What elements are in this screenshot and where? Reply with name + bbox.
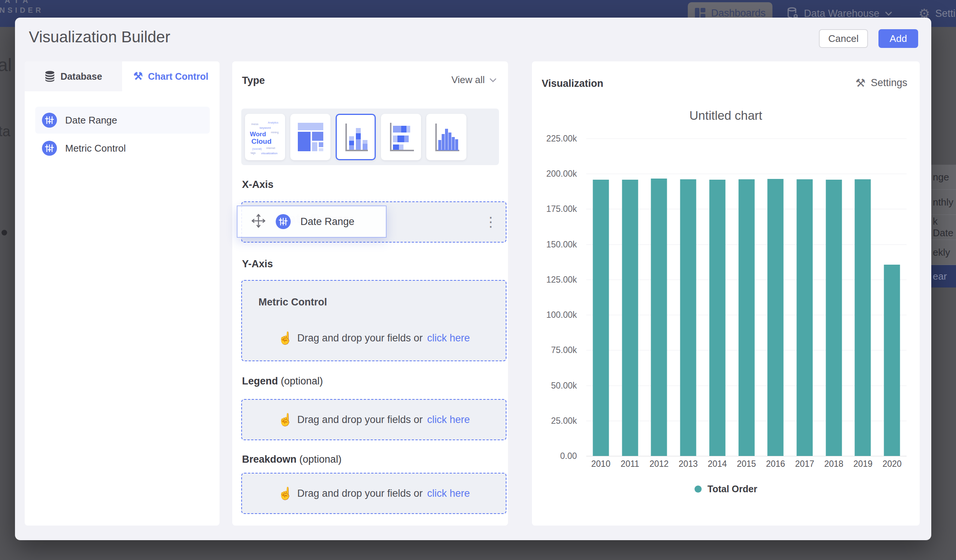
tap-hand-icon: ☝ — [278, 486, 293, 500]
dropdown-item[interactable]: k Date — [931, 215, 956, 240]
fields-panel: Database ⚒ Chart Control Date Range Metr… — [25, 61, 220, 525]
chart-type-stacked-column[interactable] — [336, 114, 376, 160]
y-axis-dropzone[interactable]: Metric Control ☝ Drag and drop your fiel… — [241, 280, 506, 361]
drop-hint-text: Drag and drop your fields or — [297, 488, 423, 499]
svg-text:mining: mining — [271, 131, 279, 134]
tab-database-label: Database — [60, 71, 102, 82]
bar-2010 — [593, 180, 609, 456]
move-icon — [251, 213, 266, 230]
drop-hint: ☝ Drag and drop your fields or click her… — [242, 486, 506, 500]
visualization-builder-modal: Visualization Builder Cancel Add Databas… — [15, 17, 931, 540]
click-here-link[interactable]: click here — [427, 333, 470, 344]
dropdown-item[interactable]: nge — [931, 165, 956, 190]
modal-title: Visualization Builder — [29, 28, 170, 46]
dropdown-item[interactable]: ekly — [931, 240, 956, 265]
dropdown-item-selected[interactable]: ear — [931, 265, 956, 287]
chart-type-column[interactable] — [426, 114, 466, 160]
sliders-icon — [42, 141, 57, 156]
legend-dropzone[interactable]: ☝ Drag and drop your fields or click her… — [241, 399, 506, 440]
legend-optional-label: (optional) — [281, 375, 323, 387]
x-tick-label: 2015 — [732, 459, 761, 469]
bar-slot — [877, 138, 907, 456]
x-tick-label: 2012 — [644, 459, 673, 469]
settings-button[interactable]: ⚒ Settings — [855, 76, 907, 89]
drop-hint: ☝ Drag and drop your fields or click her… — [242, 331, 506, 345]
dropdown-item[interactable]: nthly — [931, 190, 956, 215]
view-all-button[interactable]: View all — [451, 74, 497, 86]
add-button[interactable]: Add — [879, 29, 918, 48]
click-here-link[interactable]: click here — [427, 414, 470, 426]
field-item-date-range[interactable]: Date Range — [35, 107, 210, 133]
svg-text:(social): (social) — [252, 147, 262, 151]
bar-slot — [732, 138, 761, 456]
drop-hint-text: Drag and drop your fields or — [297, 414, 423, 426]
settings-label: Settings — [871, 77, 907, 89]
y-tick-label: 175.00k — [546, 204, 577, 214]
chart-type-word-cloud[interactable]: iness Analytics keyword Word mining Clou… — [245, 114, 285, 160]
cancel-button[interactable]: Cancel — [819, 29, 868, 48]
builder-panel: Type View all iness Analytics keyword Wo… — [232, 61, 508, 525]
chart-type-stacked-bar[interactable] — [381, 114, 421, 160]
y-tick-label: 75.00k — [551, 345, 577, 355]
metric-control-label: Metric Control — [258, 296, 327, 308]
chart-title: Untitled chart — [532, 108, 920, 123]
sliders-icon — [276, 214, 291, 229]
y-tick-label: 200.00k — [546, 169, 577, 179]
sliders-icon — [42, 113, 57, 128]
breakdown-optional-label: (optional) — [299, 454, 342, 465]
bar-2011 — [622, 180, 638, 456]
x-tick-label: 2013 — [673, 459, 703, 469]
tab-chart-control-label: Chart Control — [148, 71, 208, 82]
chevron-down-icon — [489, 78, 497, 82]
breakdown-dropzone[interactable]: ☝ Drag and drop your fields or click her… — [241, 473, 506, 514]
tap-hand-icon: ☝ — [278, 331, 293, 345]
kebab-menu-icon[interactable]: ⋮ — [484, 215, 497, 229]
breakdown-heading: Breakdown (optional) — [242, 454, 342, 465]
bar-2017 — [797, 179, 813, 456]
tab-database[interactable]: Database — [25, 61, 122, 91]
bar-2014 — [709, 180, 725, 456]
drop-hint-text: Drag and drop your fields or — [297, 333, 423, 344]
nav-settings-label: Settings — [935, 8, 956, 19]
x-tick-label: 2011 — [615, 459, 645, 469]
y-tick-label: 50.00k — [551, 380, 577, 391]
chart-plot-area — [586, 138, 907, 456]
chart-type-strip: iness Analytics keyword Word mining Clou… — [241, 108, 499, 165]
bar-2016 — [767, 179, 784, 456]
legend-heading: Legend (optional) — [242, 375, 323, 387]
bar-2012 — [651, 179, 667, 456]
y-axis-heading: Y-Axis — [242, 258, 273, 270]
x-tick-label: 2018 — [819, 459, 849, 469]
chart-x-axis-labels: 2010201120122013201420152016201720182019… — [586, 459, 907, 469]
bar-slot — [819, 138, 849, 456]
chip-label: Date Range — [300, 216, 354, 227]
svg-text:keyword: keyword — [259, 126, 271, 130]
bar-slot — [673, 138, 703, 456]
x-tick-label: 2016 — [761, 459, 790, 469]
svg-text:iness: iness — [252, 122, 258, 126]
gridline — [586, 456, 907, 456]
bar-slot — [790, 138, 819, 456]
y-tick-label: 150.00k — [546, 239, 577, 249]
tab-chart-control[interactable]: ⚒ Chart Control — [122, 61, 220, 91]
bar-2019 — [855, 179, 871, 456]
tap-hand-icon: ☝ — [278, 413, 293, 427]
field-item-metric-control[interactable]: Metric Control — [35, 135, 210, 162]
drop-hint: ☝ Drag and drop your fields or click her… — [242, 413, 506, 427]
chart-legend[interactable]: Total Order — [532, 484, 920, 494]
chart-type-treemap[interactable] — [290, 114, 330, 160]
svg-text:internet: internet — [266, 147, 275, 149]
y-tick-label: 0.00 — [560, 451, 577, 461]
dragged-field-chip[interactable]: Date Range — [237, 205, 387, 238]
svg-text:Word: Word — [250, 131, 266, 138]
x-axis-heading: X-Axis — [242, 179, 274, 191]
bar-slot — [849, 138, 878, 456]
bar-slot — [644, 138, 673, 456]
svg-text:Analytics: Analytics — [268, 121, 279, 124]
svg-text:tags: tags — [251, 152, 256, 155]
chart-bars — [586, 138, 907, 456]
dashboards-grid-icon — [695, 8, 706, 19]
y-tick-label: 25.00k — [551, 416, 577, 426]
x-axis-dropzone[interactable]: Date Range ⋮ Date Range — [241, 201, 506, 243]
click-here-link[interactable]: click here — [427, 488, 470, 499]
